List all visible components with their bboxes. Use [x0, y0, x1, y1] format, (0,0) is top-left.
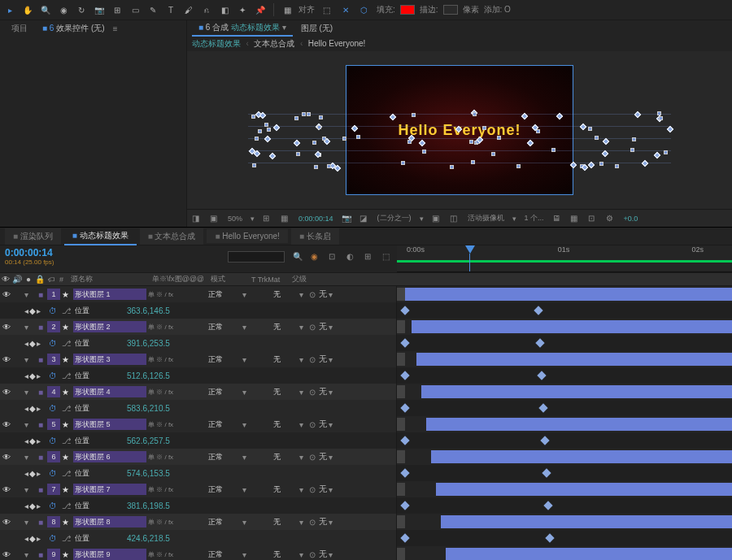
- motion-path-keyframe[interactable]: [659, 116, 663, 120]
- keyframe-icon[interactable]: [537, 371, 546, 380]
- twirl-icon[interactable]: ▾: [24, 453, 34, 462]
- label-color[interactable]: ■: [36, 290, 46, 299]
- text-tool-icon[interactable]: T: [164, 3, 177, 16]
- keyframe-icon[interactable]: [400, 403, 409, 412]
- parent-dropdown[interactable]: 无: [319, 354, 327, 365]
- keyframe-icon[interactable]: [545, 533, 554, 542]
- trkmat-value[interactable]: 无: [273, 322, 298, 332]
- trkmat-value[interactable]: 无: [273, 484, 298, 495]
- vopt2-icon[interactable]: ▦: [570, 214, 580, 224]
- channel-icon[interactable]: ▣: [210, 214, 220, 224]
- clone-tool-icon[interactable]: ⎌: [200, 3, 213, 16]
- resolution-dropdown[interactable]: (二分之一): [377, 213, 412, 224]
- 3d-icon[interactable]: ◫: [450, 214, 460, 224]
- keyframe-icon[interactable]: [400, 533, 409, 542]
- label-color[interactable]: ■: [36, 420, 46, 429]
- parent-dropdown[interactable]: 无: [319, 289, 327, 300]
- pickwhip-icon[interactable]: ⊙: [309, 453, 317, 462]
- visibility-toggle[interactable]: 👁: [2, 453, 11, 462]
- breadcrumb[interactable]: 动态标题效果 ‹ 文本总合成 ‹ Hello Everyone!: [192, 38, 365, 50]
- motion-path-keyframe[interactable]: [422, 150, 426, 154]
- twirl-icon[interactable]: ▾: [24, 388, 34, 397]
- blend-mode-dropdown[interactable]: 正常: [207, 419, 241, 430]
- motion-path-keyframe[interactable]: [255, 137, 259, 141]
- motion-path-keyframe[interactable]: [264, 123, 268, 127]
- footage-tab[interactable]: 图层 (无): [294, 21, 339, 36]
- viewer-timecode[interactable]: 0:00:00:14: [298, 215, 333, 223]
- layer-name[interactable]: 形状图层 6: [73, 451, 146, 462]
- layer-track[interactable]: [397, 514, 732, 530]
- parent-dropdown[interactable]: 无: [319, 484, 327, 495]
- selection-tool-icon[interactable]: ▸: [3, 3, 16, 16]
- layer-switches[interactable]: 单 ※ / fx: [148, 323, 205, 332]
- motion-path-keyframe[interactable]: [258, 129, 262, 133]
- twirl-icon[interactable]: ▾: [24, 485, 34, 494]
- pickwhip-icon[interactable]: ⊙: [309, 355, 317, 364]
- motion-path-keyframe[interactable]: [580, 123, 586, 129]
- work-area[interactable]: [397, 260, 732, 263]
- pickwhip-icon[interactable]: ⊙: [309, 485, 317, 494]
- property-track[interactable]: [397, 465, 732, 481]
- parent-dropdown[interactable]: 无: [319, 419, 327, 430]
- layer-track[interactable]: [397, 351, 732, 367]
- dropdown-icon[interactable]: ▾: [329, 388, 337, 397]
- parent-dropdown[interactable]: 无: [319, 516, 327, 527]
- layer-switches[interactable]: 单 ※ / fx: [148, 518, 205, 527]
- twirl-icon[interactable]: ▾: [24, 518, 34, 527]
- motion-path-keyframe[interactable]: [634, 111, 640, 117]
- blend-mode-dropdown[interactable]: 正常: [207, 549, 241, 560]
- twirl-icon[interactable]: ▾: [24, 550, 34, 559]
- motion-path-keyframe[interactable]: [269, 152, 276, 158]
- visibility-toggle[interactable]: 👁: [2, 485, 11, 494]
- dropdown-icon[interactable]: ▾: [299, 485, 307, 494]
- fill-swatch[interactable]: [400, 5, 415, 15]
- pickwhip-icon[interactable]: ⊙: [309, 518, 317, 527]
- grid-icon[interactable]: ▦: [281, 214, 290, 224]
- snapshot-icon[interactable]: 📷: [342, 214, 351, 224]
- zoom-tool-icon[interactable]: 🔍: [39, 3, 52, 16]
- stopwatch-icon[interactable]: ⏱: [49, 436, 59, 445]
- stopwatch-icon[interactable]: ⏱: [49, 371, 59, 380]
- motion-path-keyframe[interactable]: [294, 116, 298, 120]
- label-color[interactable]: ■: [36, 355, 46, 364]
- composition-tab[interactable]: ■ 6 合成 动态标题效果 ▾: [192, 20, 293, 37]
- mask-mode2-icon[interactable]: ⬡: [357, 3, 370, 16]
- motion-path-keyframe[interactable]: [307, 112, 311, 116]
- vopt1-icon[interactable]: 🖥: [552, 214, 562, 224]
- motion-path-keyframe[interactable]: [657, 111, 661, 115]
- dropdown-icon[interactable]: ▾: [242, 453, 251, 462]
- layer-track[interactable]: [397, 546, 732, 560]
- trkmat-value[interactable]: 无: [273, 452, 298, 462]
- keyframe-icon[interactable]: [542, 468, 551, 477]
- layer-name[interactable]: 形状图层 4: [73, 386, 146, 397]
- layer-name[interactable]: 形状图层 2: [73, 321, 146, 332]
- property-value[interactable]: 512.6,126.5: [127, 371, 170, 380]
- viewer[interactable]: Hello Everyone!: [187, 51, 732, 209]
- parent-dropdown[interactable]: 无: [319, 321, 327, 332]
- keyframe-icon[interactable]: [400, 468, 409, 477]
- layer-switches[interactable]: 单 ※ / fx: [148, 388, 205, 397]
- layer-switches[interactable]: 单 ※ / fx: [148, 290, 205, 299]
- blend-mode-dropdown[interactable]: 正常: [207, 322, 241, 332]
- property-value[interactable]: 574.6,153.5: [127, 469, 170, 478]
- stopwatch-icon[interactable]: ⏱: [49, 404, 59, 413]
- dropdown-icon[interactable]: ▾: [299, 420, 307, 429]
- motion-path-keyframe[interactable]: [264, 136, 270, 142]
- layer-name[interactable]: 形状图层 5: [73, 419, 146, 430]
- blend-mode-dropdown[interactable]: 正常: [207, 387, 241, 397]
- keyframe-nav[interactable]: ◂◆▸: [24, 469, 46, 478]
- property-track[interactable]: [397, 335, 732, 351]
- motion-path-keyframe[interactable]: [412, 113, 416, 117]
- property-value[interactable]: 381.6,198.5: [127, 501, 170, 510]
- res-icon[interactable]: ⊞: [263, 214, 272, 224]
- dropdown-icon[interactable]: ▾: [299, 355, 307, 364]
- pickwhip-icon[interactable]: ⊙: [309, 323, 317, 332]
- dropdown-icon[interactable]: ▾: [299, 453, 307, 462]
- trkmat-value[interactable]: 无: [273, 387, 298, 397]
- tlopt5-icon[interactable]: ⬚: [382, 252, 392, 262]
- dropdown-icon[interactable]: ▾: [329, 485, 337, 494]
- twirl-icon[interactable]: ▾: [24, 323, 34, 332]
- timeline-tab[interactable]: ■ 文本总合成: [140, 228, 204, 245]
- label-color[interactable]: ■: [36, 323, 46, 332]
- motion-path-keyframe[interactable]: [450, 165, 454, 169]
